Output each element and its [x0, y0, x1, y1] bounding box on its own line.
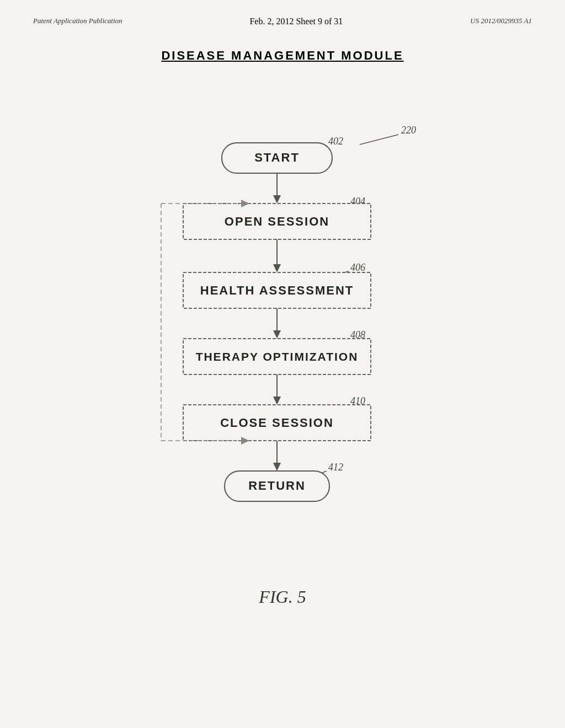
arrowhead-2 [273, 264, 281, 272]
arrowhead-5 [273, 463, 281, 471]
figure-label: FIG. 5 [33, 587, 532, 607]
return-label: RETURN [248, 479, 306, 493]
page-header: Patent Application Publication Feb. 2, 2… [33, 17, 532, 26]
ref-412-label: 412 [328, 462, 343, 473]
header-middle: Feb. 2, 2012 Sheet 9 of 31 [249, 17, 343, 26]
therapy-optimization-label: THERAPY OPTIMIZATION [196, 350, 359, 363]
start-label: START [254, 151, 300, 164]
arrowhead-3 [273, 330, 281, 339]
diagram-title: DISEASE MANAGEMENT MODULE [33, 49, 532, 63]
health-assessment-label: HEALTH ASSESSMENT [200, 283, 354, 297]
flowchart-diagram: 220 402 START 404 OPEN SESSION 406 HEALT… [89, 79, 476, 559]
arrowhead-1 [273, 195, 281, 204]
header-left: Patent Application Publication [33, 17, 122, 25]
ref-402-label: 402 [328, 136, 343, 147]
svg-line-0 [360, 135, 398, 144]
ref-220-label: 220 [401, 125, 416, 136]
page: Patent Application Publication Feb. 2, 2… [0, 0, 565, 728]
open-session-label: OPEN SESSION [225, 215, 329, 228]
header-right: US 2012/0029935 A1 [470, 17, 532, 25]
close-session-label: CLOSE SESSION [220, 416, 334, 430]
arrowhead-4 [273, 397, 281, 405]
ref-406-label: 406 [350, 262, 365, 273]
